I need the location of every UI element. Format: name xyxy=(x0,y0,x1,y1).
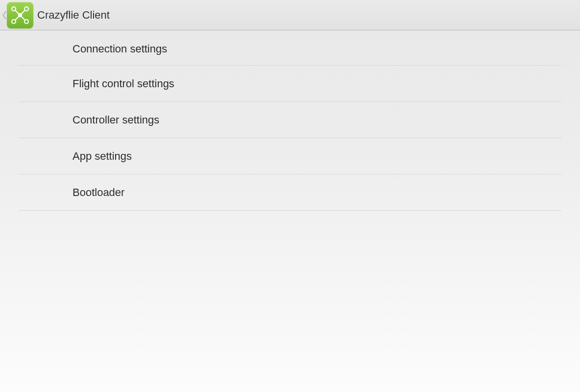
settings-list: Connection settings Flight control setti… xyxy=(0,30,580,211)
back-button[interactable] xyxy=(2,0,7,30)
app-icon[interactable] xyxy=(7,2,33,28)
drone-icon xyxy=(10,5,30,25)
list-item-label: App settings xyxy=(72,150,132,163)
list-item-flight-control-settings[interactable]: Flight control settings xyxy=(19,66,561,102)
list-item-bootloader[interactable]: Bootloader xyxy=(19,174,561,211)
list-item-label: Bootloader xyxy=(72,186,124,199)
list-item-controller-settings[interactable]: Controller settings xyxy=(19,102,561,138)
action-bar: Crazyflie Client xyxy=(0,0,580,30)
app-title: Crazyflie Client xyxy=(37,9,110,22)
svg-point-6 xyxy=(19,14,22,17)
list-item-label: Controller settings xyxy=(72,114,159,126)
list-item-connection-settings[interactable]: Connection settings xyxy=(19,32,561,66)
chevron-left-icon xyxy=(2,10,7,21)
list-item-label: Flight control settings xyxy=(72,77,174,90)
list-item-label: Connection settings xyxy=(72,43,167,55)
list-item-app-settings[interactable]: App settings xyxy=(19,138,561,174)
